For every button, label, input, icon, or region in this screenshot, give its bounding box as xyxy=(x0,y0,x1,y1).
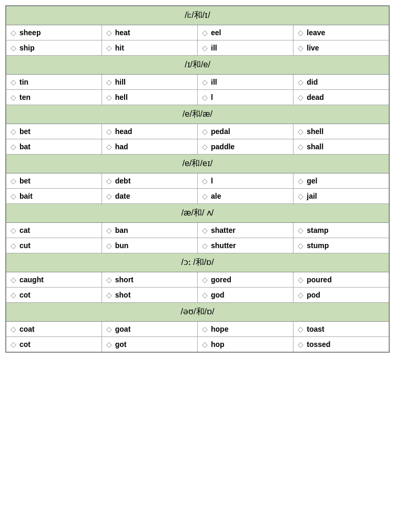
word-label: shall xyxy=(307,142,323,151)
diamond-icon: ◇ xyxy=(202,177,208,185)
diamond-icon: ◇ xyxy=(202,78,208,86)
table-cell: ◇date xyxy=(102,189,197,204)
word-label: gored xyxy=(211,275,231,284)
diamond-icon: ◇ xyxy=(11,142,16,151)
table-cell: ◇shall xyxy=(293,139,389,155)
word-label: short xyxy=(115,275,134,284)
diamond-icon: ◇ xyxy=(106,177,112,185)
word-label: l xyxy=(211,177,213,185)
word-label: tossed xyxy=(307,340,330,349)
diamond-icon: ◇ xyxy=(202,93,208,101)
diamond-icon: ◇ xyxy=(298,93,303,101)
table-cell: ◇paddle xyxy=(198,139,293,155)
word-label: jail xyxy=(307,192,317,200)
table-cell: ◇gored xyxy=(198,272,293,288)
table-cell: ◇cat xyxy=(6,223,102,238)
diamond-icon: ◇ xyxy=(106,127,112,136)
word-label: bat xyxy=(19,142,31,151)
table-row: ◇caught◇short◇gored◇poured xyxy=(6,272,389,288)
diamond-icon: ◇ xyxy=(106,44,112,52)
diamond-icon: ◇ xyxy=(11,340,16,349)
table-row: ◇bait◇date◇ale◇jail xyxy=(6,189,389,204)
table-cell: ◇tossed xyxy=(293,337,389,353)
diamond-icon: ◇ xyxy=(298,28,303,37)
diamond-icon: ◇ xyxy=(298,241,303,250)
table-cell: ◇jail xyxy=(293,189,389,204)
diamond-icon: ◇ xyxy=(11,78,16,86)
table-row: ◇bat◇had◇paddle◇shall xyxy=(6,139,389,155)
diamond-icon: ◇ xyxy=(11,226,16,234)
table-cell: ◇debt xyxy=(102,173,197,189)
diamond-icon: ◇ xyxy=(202,142,208,151)
table-cell: ◇pedal xyxy=(198,124,293,139)
word-label: pedal xyxy=(211,127,230,136)
diamond-icon: ◇ xyxy=(11,291,16,299)
table-cell: ◇pod xyxy=(293,288,389,303)
section-header-3: /e/和/eɪ/ xyxy=(6,155,389,173)
word-label: cat xyxy=(19,226,30,234)
word-label: ill xyxy=(211,78,217,86)
word-label: ship xyxy=(19,44,35,52)
diamond-icon: ◇ xyxy=(298,127,303,136)
table-cell: ◇cut xyxy=(6,238,102,253)
table-row: ◇ten◇hell◇l◇dead xyxy=(6,90,389,105)
table-row: ◇cot◇shot◇god◇pod xyxy=(6,288,389,303)
diamond-icon: ◇ xyxy=(202,241,208,250)
word-label: live xyxy=(307,44,319,52)
diamond-icon: ◇ xyxy=(11,93,16,101)
word-label: gel xyxy=(307,177,317,185)
diamond-icon: ◇ xyxy=(11,275,16,284)
word-label: stump xyxy=(307,241,329,250)
word-label: did xyxy=(307,78,318,86)
diamond-icon: ◇ xyxy=(202,226,208,234)
table-cell: ◇sheep xyxy=(6,25,102,40)
section-header-0: /iː/和/ɪ/ xyxy=(6,6,389,25)
table-cell: ◇bet xyxy=(6,173,102,189)
word-label: shot xyxy=(115,291,131,299)
table-row: ◇bet◇debt◇l◇gel xyxy=(6,173,389,189)
table-cell: ◇god xyxy=(198,288,293,303)
diamond-icon: ◇ xyxy=(298,226,303,234)
word-label: head xyxy=(115,127,133,136)
table-cell: ◇ship xyxy=(6,40,102,56)
table-cell: ◇eel xyxy=(198,25,293,40)
table-cell: ◇gel xyxy=(293,173,389,189)
diamond-icon: ◇ xyxy=(106,340,112,349)
word-label: hill xyxy=(115,78,126,86)
table-cell: ◇got xyxy=(102,337,197,353)
section-header-6: /əʊ/和/ɒ/ xyxy=(6,303,389,322)
table-row: ◇tin◇hill◇ill◇did xyxy=(6,75,389,90)
table-cell: ◇bait xyxy=(6,189,102,204)
section-header-2: /e/和/æ/ xyxy=(6,105,389,124)
word-label: cot xyxy=(19,340,31,349)
table-cell: ◇heat xyxy=(102,25,197,40)
table-cell: ◇tin xyxy=(6,75,102,90)
table-cell: ◇ten xyxy=(6,90,102,105)
table-row: ◇sheep◇heat◇eel◇leave xyxy=(6,25,389,40)
word-label: coat xyxy=(19,325,35,333)
table-cell: ◇bet xyxy=(6,124,102,139)
table-cell: ◇ill xyxy=(198,75,293,90)
table-row: ◇bet◇head◇pedal◇shell xyxy=(6,124,389,139)
diamond-icon: ◇ xyxy=(106,28,112,37)
table-cell: ◇short xyxy=(102,272,197,288)
word-label: dead xyxy=(307,93,324,101)
diamond-icon: ◇ xyxy=(298,177,303,185)
table-cell: ◇coat xyxy=(6,322,102,337)
word-label: caught xyxy=(19,275,44,284)
word-label: leave xyxy=(307,28,325,37)
section-header-4: /æ/和/ ʌ/ xyxy=(6,204,389,223)
diamond-icon: ◇ xyxy=(106,93,112,101)
diamond-icon: ◇ xyxy=(11,28,16,37)
word-label: sheep xyxy=(19,28,40,37)
table-cell: ◇leave xyxy=(293,25,389,40)
diamond-icon: ◇ xyxy=(106,241,112,250)
diamond-icon: ◇ xyxy=(11,177,16,185)
diamond-icon: ◇ xyxy=(202,340,208,349)
diamond-icon: ◇ xyxy=(11,44,16,52)
diamond-icon: ◇ xyxy=(298,44,303,52)
table-cell: ◇l xyxy=(198,173,293,189)
section-header-1: /ɪ/和/e/ xyxy=(6,56,389,75)
word-label: hell xyxy=(115,93,128,101)
table-cell: ◇ale xyxy=(198,189,293,204)
